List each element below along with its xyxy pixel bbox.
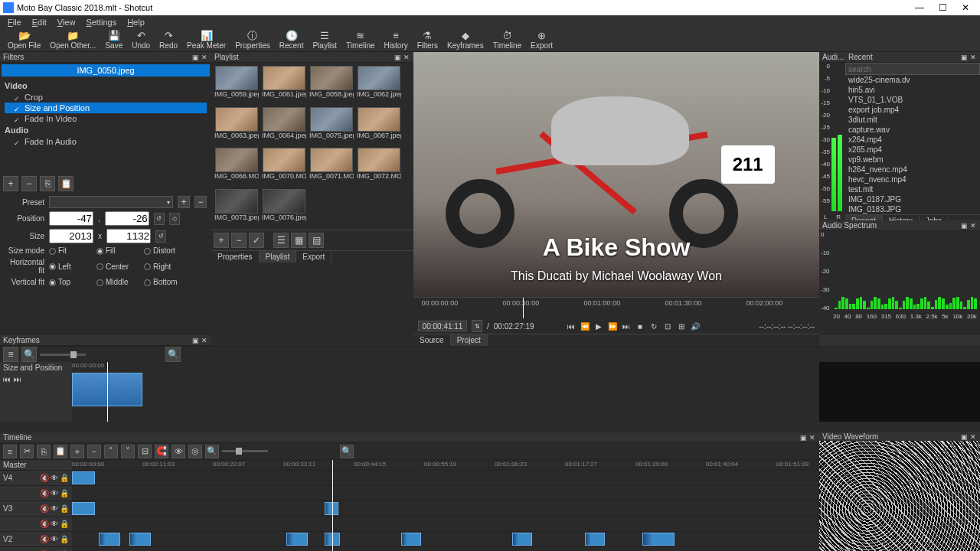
recent-item[interactable]: IMG_0187.JPG: [845, 194, 980, 204]
recent-item[interactable]: vp9.webm: [845, 155, 980, 165]
pl-view-grid-button[interactable]: ▦: [291, 233, 306, 248]
filter-item[interactable]: Crop: [5, 92, 207, 103]
toolbar-properties[interactable]: ⓘProperties: [230, 31, 275, 50]
playlist-item[interactable]: IMG_0067.jpeg: [357, 107, 401, 145]
step-fwd-button[interactable]: ⏩: [607, 322, 618, 331]
playlist-item[interactable]: IMG_0059.jpeg: [214, 66, 259, 104]
size-reset-button[interactable]: ↺: [155, 230, 166, 243]
current-time-input[interactable]: [418, 321, 467, 331]
vfit-top[interactable]: Top: [49, 278, 92, 286]
tl-scrub-button[interactable]: 👁: [172, 445, 185, 458]
recent-item[interactable]: x265.mp4: [845, 145, 980, 155]
playlist-item[interactable]: IMG_0073.jpeg: [214, 189, 259, 227]
tl-lift-button[interactable]: ˄: [104, 445, 118, 458]
preview-viewport[interactable]: 211 A Bike Show This Ducati by Michael W…: [413, 52, 819, 297]
tl-ripple-button[interactable]: ◎: [188, 445, 202, 458]
playlist-item[interactable]: IMG_0070.MOV: [262, 148, 306, 186]
menu-settings[interactable]: Settings: [81, 18, 121, 27]
recent-item[interactable]: test.mlt: [845, 184, 980, 194]
kf-undock-icon[interactable]: ▣: [191, 337, 199, 344]
recent-item[interactable]: capture.wav: [845, 125, 980, 135]
recent-close-icon[interactable]: ✕: [969, 54, 977, 61]
add-filter-button[interactable]: +: [3, 176, 18, 191]
menu-file[interactable]: File: [3, 18, 26, 27]
vfit-middle[interactable]: Middle: [96, 278, 139, 286]
toolbar-keyframes[interactable]: ◆Keyframes: [443, 31, 488, 50]
tl-overwrite-button[interactable]: ˅: [121, 445, 135, 458]
hfit-right[interactable]: Right: [144, 262, 187, 271]
toolbar-save[interactable]: 💾Save: [100, 31, 127, 50]
kf-zoom-slider[interactable]: [40, 354, 86, 356]
tl-cut-button[interactable]: ✂: [20, 445, 34, 458]
recent-item[interactable]: x264.mp4: [845, 135, 980, 145]
toolbar-timeline[interactable]: ≋Timeline: [341, 31, 379, 50]
pl-check-button[interactable]: ✓: [249, 233, 264, 248]
tl-copy-button[interactable]: ⎘: [37, 445, 51, 458]
skip-end-button[interactable]: ⏭: [621, 322, 632, 331]
pl-add-button[interactable]: +: [214, 233, 229, 248]
filter-item[interactable]: Fade In Video: [5, 113, 207, 124]
tl-zoomin-button[interactable]: 🔍: [340, 445, 354, 458]
undock-icon[interactable]: ▣: [191, 54, 199, 61]
kf-zoomout-button[interactable]: 🔍: [21, 347, 37, 362]
toolbar-export[interactable]: ⊕Export: [526, 31, 557, 50]
menu-view[interactable]: View: [53, 18, 80, 27]
toolbar-history[interactable]: ≡History: [380, 31, 413, 50]
kf-prev-button[interactable]: ⏮: [3, 375, 11, 383]
track-head-v4[interactable]: V4🔇👁🔒: [0, 471, 72, 486]
toolbar-open-other-[interactable]: 📁Open Other...: [45, 31, 100, 50]
toolbar-undo[interactable]: ↶Undo: [127, 31, 155, 50]
tab-source[interactable]: Source: [413, 334, 451, 346]
tl-split-button[interactable]: ⊟: [138, 445, 152, 458]
minimize-button[interactable]: —: [908, 2, 931, 13]
recent-item[interactable]: IMG_0183.JPG: [845, 204, 980, 214]
track-head-v3[interactable]: V3🔇👁🔒: [0, 501, 72, 517]
vfit-bottom[interactable]: Bottom: [144, 278, 187, 286]
maximize-button[interactable]: ☐: [931, 2, 954, 13]
playlist-item[interactable]: IMG_0058.jpeg: [309, 66, 354, 104]
filter-item[interactable]: Fade In Audio: [5, 136, 207, 147]
copy-filter-button[interactable]: ⎘: [40, 176, 55, 191]
grid-button[interactable]: ⊞: [676, 322, 687, 331]
playlist-item[interactable]: IMG_0075.jpeg: [309, 107, 354, 145]
position-keyframe-button[interactable]: ◇: [169, 213, 180, 225]
recent-item[interactable]: export job.mp4: [845, 105, 980, 115]
kf-zoomin-button[interactable]: 🔍: [165, 347, 181, 362]
recent-search-input[interactable]: [845, 63, 980, 75]
toolbar-recent[interactable]: 🕓Recent: [275, 31, 309, 50]
sizemode-fill[interactable]: Fill: [96, 246, 139, 255]
paste-filter-button[interactable]: 📋: [58, 176, 74, 191]
position-y-input[interactable]: [105, 211, 149, 226]
playlist-item[interactable]: IMG_0066.MOV: [214, 148, 259, 186]
toolbar-filters[interactable]: ⚗Filters: [413, 31, 443, 50]
tab-properties[interactable]: Properties: [211, 251, 260, 262]
volume-icon[interactable]: 🔊: [690, 322, 701, 331]
sizemode-fit[interactable]: Fit: [49, 246, 92, 255]
play-button[interactable]: ▶: [593, 322, 604, 331]
position-x-input[interactable]: [49, 211, 93, 226]
recent-item[interactable]: VTS_01_1.VOB: [845, 95, 980, 105]
step-back-button[interactable]: ⏪: [580, 322, 590, 331]
skip-start-button[interactable]: ⏮: [566, 322, 577, 331]
tab-playlist[interactable]: Playlist: [260, 251, 297, 262]
recent-item[interactable]: hevc_nvenc.mp4: [845, 174, 980, 184]
toolbar-peak-meter[interactable]: 📊Peak Meter: [182, 31, 230, 50]
recent-item[interactable]: 3dlut.mlt: [845, 115, 980, 125]
tl-append-button[interactable]: +: [70, 445, 84, 458]
pl-view-list-button[interactable]: ☰: [273, 233, 289, 248]
pl-close-icon[interactable]: ✕: [403, 54, 410, 61]
zoom-button[interactable]: ⊡: [662, 322, 673, 331]
recent-item[interactable]: h264_nvenc.mp4: [845, 165, 980, 174]
menu-help[interactable]: Help: [122, 18, 149, 27]
time-spin[interactable]: ⇅: [472, 320, 482, 332]
toolbar-playlist[interactable]: ☰Playlist: [308, 31, 341, 50]
hfit-center[interactable]: Center: [96, 262, 139, 271]
kf-next-button[interactable]: ⏭: [14, 375, 21, 383]
track-head-v2[interactable]: V2🔇👁🔒: [0, 532, 72, 547]
sizemode-distort[interactable]: Distort: [144, 246, 187, 255]
recent-item[interactable]: wide25-cinema.dv: [845, 75, 980, 85]
playlist-item[interactable]: IMG_0064.jpeg: [262, 107, 306, 145]
kf-track[interactable]: 00:00:00:00: [72, 362, 819, 422]
remove-filter-button[interactable]: −: [21, 176, 37, 191]
size-w-input[interactable]: [49, 229, 93, 243]
